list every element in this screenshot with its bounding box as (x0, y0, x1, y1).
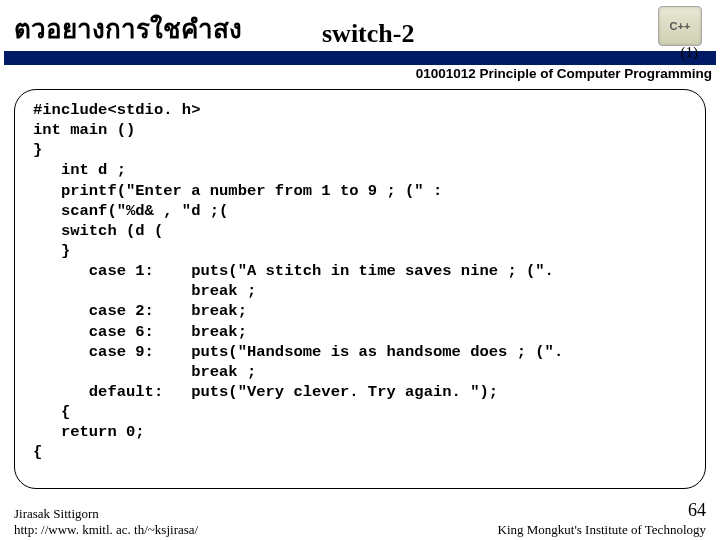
divider-bar (4, 51, 716, 65)
footer: Jirasak Sittigorn http: //www. kmitl. ac… (0, 499, 720, 538)
code-frame: #include<stdio. h> int main () } int d ;… (14, 89, 706, 489)
author-name: Jirasak Sittigorn (14, 506, 198, 522)
footer-right: 64 King Mongkut's Institute of Technolog… (498, 499, 706, 538)
footer-left: Jirasak Sittigorn http: //www. kmitl. ac… (14, 506, 198, 539)
part-number: (1) (681, 44, 699, 61)
institution: King Mongkut's Institute of Technology (498, 522, 706, 537)
cpp-badge-icon: C++ (658, 6, 702, 46)
slide-title-center: switch-2 (322, 19, 414, 49)
course-code-line: 01001012 Principle of Computer Programmi… (0, 65, 720, 81)
page-number: 64 (498, 499, 706, 522)
slide-title-left: ตวอยางการใชคำสง (14, 8, 242, 49)
code-listing: #include<stdio. h> int main () } int d ;… (33, 100, 689, 463)
author-url: http: //www. kmitl. ac. th/~ksjirasa/ (14, 522, 198, 538)
header: ตวอยางการใชคำสง switch-2 C++ (0, 0, 720, 51)
